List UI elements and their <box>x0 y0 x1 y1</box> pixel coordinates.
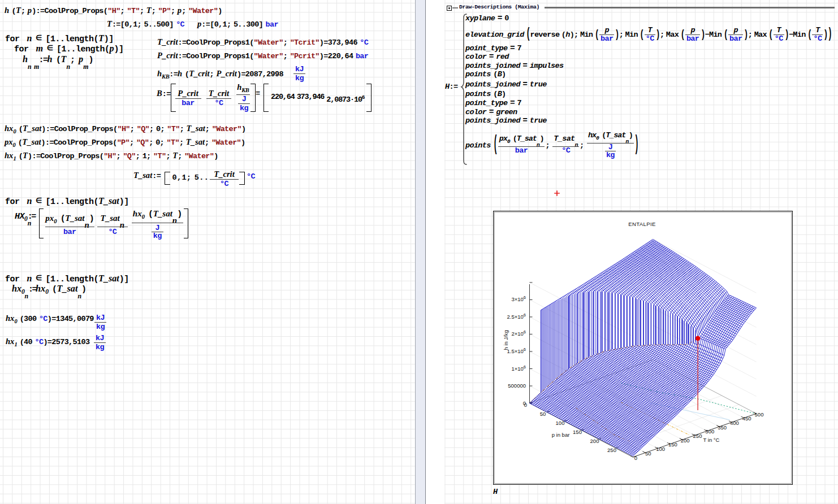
svg-text:100: 100 <box>656 446 665 452</box>
svg-text:100: 100 <box>555 420 564 426</box>
svg-text:50: 50 <box>645 450 651 457</box>
svg-text:2.5×106: 2.5×106 <box>507 312 526 320</box>
svg-text:50: 50 <box>539 411 546 417</box>
svg-text:350: 350 <box>718 424 727 431</box>
svg-text:0: 0 <box>634 455 637 461</box>
svg-text:250: 250 <box>693 433 702 439</box>
svg-text:p in bar: p in bar <box>551 432 569 438</box>
svg-text:200: 200 <box>590 438 599 444</box>
svg-text:300: 300 <box>705 428 714 435</box>
svg-text:150: 150 <box>573 429 582 435</box>
svg-text:1.5×106: 1.5×106 <box>507 347 526 354</box>
svg-text:ENTALPIE: ENTALPIE <box>628 221 655 227</box>
svg-text:400: 400 <box>729 420 738 426</box>
svg-text:T in °C: T in °C <box>703 437 719 443</box>
svg-text:500: 500 <box>754 411 763 418</box>
svg-text:200: 200 <box>680 437 689 444</box>
svg-text:0: 0 <box>524 402 526 408</box>
svg-text:450: 450 <box>742 415 751 422</box>
svg-text:250: 250 <box>607 447 616 453</box>
svg-text:500000: 500000 <box>508 383 526 389</box>
svg-text:150: 150 <box>668 441 677 447</box>
svg-text:h in J/kg: h in J/kg <box>503 330 509 350</box>
